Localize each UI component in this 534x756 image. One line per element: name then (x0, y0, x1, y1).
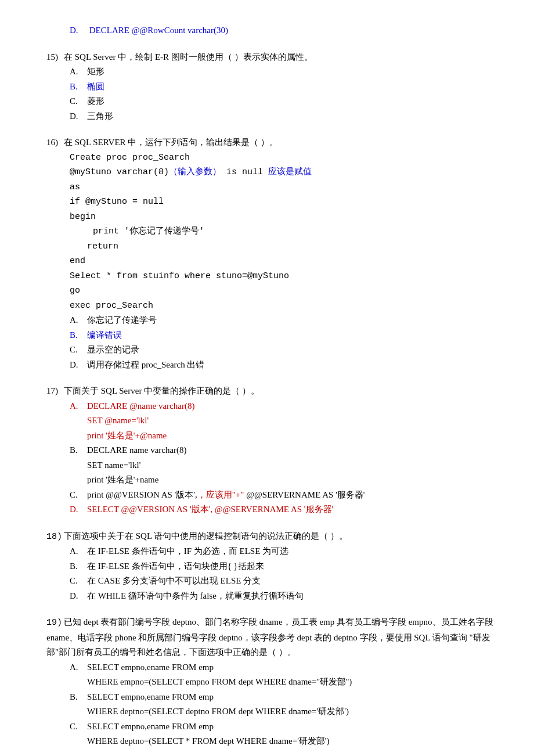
question-15: 15)在 SQL Server 中，绘制 E-R 图时一般使用（ ）表示实体的属… (46, 50, 499, 124)
option-d: D.三角形 (70, 109, 499, 124)
option-a: A.矩形 (70, 64, 499, 80)
code-line: end (70, 254, 499, 269)
option-c: C.显示空的记录 (70, 343, 499, 358)
option-b: B.SELECT empno,ename FROM emp (70, 690, 499, 705)
question-stem: 16)在 SQL SERVER 中，运行下列语句，输出结果是（ ）。 (46, 135, 499, 150)
code-line: as (70, 180, 499, 195)
question-number: 18) (46, 530, 64, 545)
question-number: 15) (46, 50, 64, 65)
code-line: Create proc proc_Search (70, 150, 499, 165)
question-stem: 15)在 SQL Server 中，绘制 E-R 图时一般使用（ ）表示实体的属… (46, 50, 499, 65)
option-b: B.DECLARE name varchar(8) (70, 443, 499, 458)
option-b: B.在 IF-ELSE 条件语句中，语句块使用{ }括起来 (70, 559, 499, 574)
option-c-line2: WHERE deptno=(SELECT * FROM dept WHERE d… (70, 734, 499, 749)
code-line: @myStuno varchar(8)（输入参数） is null 应该是赋值 (70, 165, 499, 180)
option-b-line3: print '姓名是'+name (70, 473, 499, 488)
question-16: 16)在 SQL SERVER 中，运行下列语句，输出结果是（ ）。 Creat… (46, 135, 499, 372)
option-a: A.DECLARE @name varchar(8) (70, 399, 499, 414)
option-a: A.你忘记了传递学号 (70, 313, 499, 328)
code-line: exec proc_Search (70, 298, 499, 314)
code-line: begin (70, 210, 499, 225)
option-d: D.调用存储过程 proc_Search 出错 (70, 358, 499, 373)
question-17: 17)下面关于 SQL Server 中变量的操作正确的是（ ）。 A.DECL… (46, 384, 499, 517)
option-a-line3: print '姓名是'+@name (70, 429, 499, 444)
option-b: B.编译错误 (70, 328, 499, 343)
option-c: C.SELECT empno,ename FROM emp (70, 719, 499, 735)
option-a-line2: WHERE empno=(SELECT empno FROM dept WHER… (70, 675, 499, 690)
question-14-tail: D. DECLARE @@RowCount varchar(30) (46, 23, 499, 38)
question-stem: 18)下面选项中关于在 SQL 语句中使用的逻辑控制语句的说法正确的是（ ）。 (46, 529, 499, 545)
option-c: C.print @@VERSION AS '版本',，应该用"+" @@SERV… (70, 488, 499, 503)
option-label: D. (70, 23, 87, 38)
code-line: print '你忘记了传递学号' (70, 224, 499, 239)
question-number: 19) (46, 615, 64, 631)
option-a: A.SELECT empno,ename FROM emp (70, 660, 499, 675)
question-18: 18)下面选项中关于在 SQL 语句中使用的逻辑控制语句的说法正确的是（ ）。 … (46, 529, 499, 604)
option-text: DECLARE @@RowCount varchar(30) (89, 26, 228, 35)
question-number: 16) (46, 135, 64, 150)
code-line: if @myStuno = null (70, 195, 499, 210)
option-b: B.椭圆 (70, 80, 499, 95)
question-19: 19)已知 dept 表有部门编号字段 deptno、部门名称字段 dname，… (46, 615, 499, 749)
option-d: D.SELECT @@VERSION AS '版本', @@SERVERNAME… (70, 502, 499, 517)
option-d: D. DECLARE @@RowCount varchar(30) (70, 23, 499, 38)
code-line: Select * from stuinfo where stuno=@myStu… (70, 269, 499, 284)
code-line: return (70, 239, 499, 254)
option-d: D.在 WHILE 循环语句中条件为 false，就重复执行循环语句 (70, 589, 499, 604)
option-c: C.在 CASE 多分支语句中不可以出现 ELSE 分支 (70, 574, 499, 589)
question-stem: 17)下面关于 SQL Server 中变量的操作正确的是（ ）。 (46, 384, 499, 399)
option-c: C.菱形 (70, 94, 499, 109)
option-b-line2: WHERE deptno=(SELECT deptno FROM dept WH… (70, 704, 499, 719)
option-a-line2: SET @name='lkl' (70, 413, 499, 429)
code-line: go (70, 283, 499, 298)
question-number: 17) (46, 384, 64, 399)
question-stem: 19)已知 dept 表有部门编号字段 deptno、部门名称字段 dname，… (46, 615, 499, 660)
option-a: A.在 IF-ELSE 条件语句中，IF 为必选，而 ELSE 为可选 (70, 544, 499, 559)
option-b-line2: SET name='lkl' (70, 458, 499, 473)
